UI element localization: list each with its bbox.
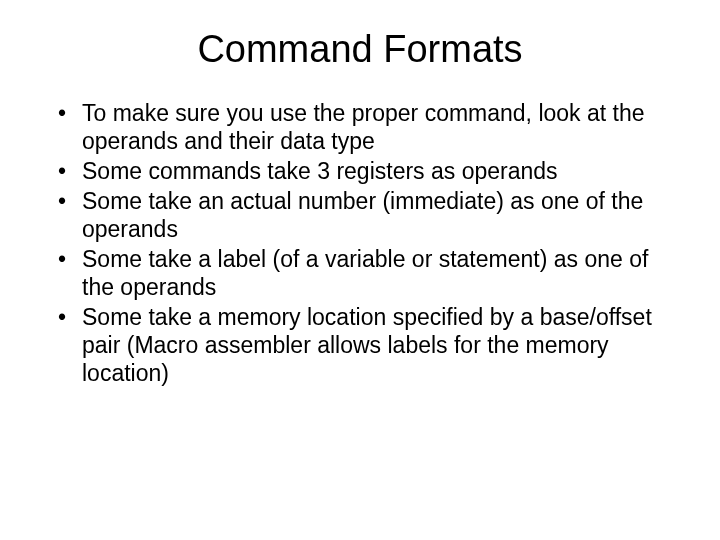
- list-item: Some take a label (of a variable or stat…: [58, 245, 680, 301]
- list-item: Some take a memory location specified by…: [58, 303, 680, 387]
- slide-container: Command Formats To make sure you use the…: [0, 0, 720, 540]
- list-item: Some take an actual number (immediate) a…: [58, 187, 680, 243]
- bullet-list: To make sure you use the proper command,…: [40, 99, 680, 387]
- list-item: Some commands take 3 registers as operan…: [58, 157, 680, 185]
- slide-title: Command Formats: [40, 28, 680, 71]
- list-item: To make sure you use the proper command,…: [58, 99, 680, 155]
